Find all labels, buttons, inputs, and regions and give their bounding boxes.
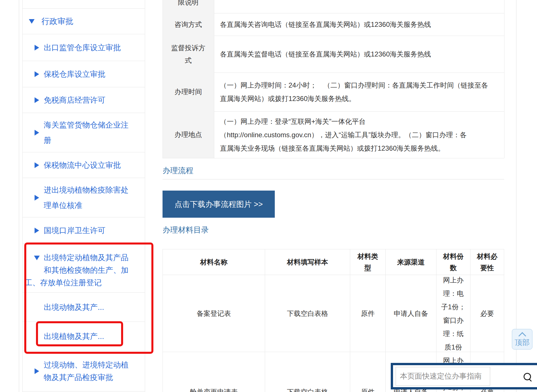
col-header-source: 来源渠道	[386, 249, 436, 275]
info-label: 咨询方式	[163, 13, 214, 36]
col-header-sample: 材料填写样本	[265, 249, 350, 275]
arrow-right-icon	[35, 368, 39, 374]
sidebar-item-label-line1: 出境特定动植物及其产品	[44, 251, 129, 264]
sidebar-item-label: 行政审批	[41, 15, 73, 28]
arrow-right-icon	[35, 228, 39, 233]
search-button[interactable]	[521, 370, 534, 383]
sidebar-item-guojing-kouan[interactable]: 国境口岸卫生许可	[23, 217, 145, 244]
left-gutter-line	[19, 0, 19, 392]
search-icon	[524, 373, 531, 380]
sidebar-item-chujing-dongwu[interactable]: 出境动物及其产...	[23, 293, 145, 322]
sidebar-item-label: 出境动物及其产...	[44, 301, 104, 314]
info-value: （一）网上办理时间：24小时； （二）窗口办理时间：各直属海关工作时间（链接至各…	[214, 72, 504, 111]
sidebar-item-label-line2: 和其他检疫物的生产、加	[44, 264, 129, 276]
sidebar-nav: 行政审批 出口监管仓库设立审批 保税仓库设立审批 免税商店经营许可 海关监管货物…	[22, 0, 145, 392]
sidebar-item-baoshui-wuliu[interactable]: 保税物流中心设立审批	[23, 152, 145, 178]
quick-locate-search-box	[391, 363, 537, 389]
sidebar-item-label: 出境植物及其产...	[44, 330, 104, 343]
material-type: 原件	[350, 275, 386, 352]
arrow-right-icon	[35, 71, 39, 77]
sidebar-item-haiguan-jianguan-huowu[interactable]: 海关监管货物仓储企业注册	[23, 113, 145, 152]
sidebar-item-guojing-dongwu[interactable]: 过境动物、进境特定动植 物及其产品检疫审批	[23, 351, 145, 391]
service-guide-page: 行政审批 出口监管仓库设立审批 保税仓库设立审批 免税商店经营许可 海关监管货物…	[0, 0, 537, 392]
sidebar-item-chujing-teding[interactable]: 出境特定动植物及其产品 和其他检疫物的生产、加 工、存放单位注册登记	[23, 244, 145, 293]
col-header-type: 材料类型	[350, 249, 386, 275]
sidebar-item-chujing-zhiwu[interactable]: 出境植物及其产...	[23, 322, 145, 351]
sidebar-item-label: 进出境动植物检疫除害处理单位核准	[44, 182, 134, 213]
sidebar-item-label: 国境口岸卫生许可	[44, 224, 105, 237]
sidebar-item-jinchujing-chuhai[interactable]: 进出境动植物检疫除害处理单位核准	[23, 178, 145, 217]
col-header-required: 材料必要性	[470, 249, 504, 275]
material-copies: 网上办理：电子1份；窗口办理：纸质1份	[436, 275, 470, 352]
sidebar-item-label-line3: 工、存放单位注册登记	[25, 276, 129, 289]
material-type: 原件	[350, 352, 386, 392]
sidebar-item-xingzhengshenpi[interactable]: 行政审批	[23, 9, 145, 34]
material-name: 备案登记表	[163, 275, 265, 352]
info-value: （一）网上办理：登录“互联网+海关”一体化平台 （http://online.c…	[214, 111, 504, 158]
arrow-right-icon	[35, 130, 39, 136]
arrow-right-icon	[35, 97, 39, 103]
material-source: 申请人自备	[386, 275, 436, 352]
sidebar-item-chukou-jianguan[interactable]: 出口监管仓库设立审批	[23, 34, 145, 61]
info-value	[214, 0, 504, 13]
arrow-right-icon	[35, 162, 39, 168]
sidebar-item-mianshui-shangdian[interactable]: 免税商店经营许可	[23, 87, 145, 113]
sidebar-spacer-row	[23, 0, 145, 9]
sidebar-item-label-line2: 物及其产品检疫审批	[44, 371, 129, 384]
arrow-right-icon	[35, 195, 39, 201]
sidebar-item-label: 保税物流中心设立审批	[44, 159, 121, 171]
sidebar-item-label: 保税仓库设立审批	[44, 68, 105, 80]
chevron-down-icon	[29, 19, 35, 24]
section-divider	[163, 179, 504, 179]
sidebar-item-baoshui-cangku[interactable]: 保税仓库设立审批	[23, 61, 145, 87]
materials-section-title: 办理材料目录	[163, 225, 209, 235]
info-label: 限说明	[163, 0, 214, 13]
material-required: 必要	[470, 275, 504, 352]
back-to-top-button[interactable]: 顶部	[512, 329, 532, 349]
chevron-down-icon	[34, 256, 40, 260]
sidebar-item-label-line1: 过境动物、进境特定动植	[44, 359, 129, 371]
sidebar-item-label: 出口监管仓库设立审批	[44, 41, 121, 54]
col-header-copies: 材料份数	[436, 249, 470, 275]
arrow-right-icon	[35, 45, 39, 50]
download-blank-form[interactable]: 下载空白表格	[265, 275, 350, 352]
info-label: 办理时间	[163, 72, 214, 111]
process-section-title: 办理流程	[163, 165, 193, 176]
info-label: 办理地点	[163, 111, 214, 158]
sidebar-item-label: 免税商店经营许可	[44, 94, 105, 106]
col-header-name: 材料名称	[163, 249, 265, 275]
info-label: 监督投诉方式	[163, 36, 214, 72]
download-blank-form[interactable]: 下载空白表格	[265, 352, 350, 392]
download-process-image-button[interactable]: 点击下载办事流程图片 >>	[163, 191, 275, 218]
search-input[interactable]	[396, 367, 490, 386]
info-value: 各直属海关咨询电话（链接至各直属海关网站）或12360海关服务热线	[214, 13, 504, 36]
info-value: 各直属海关监督电话（链接至各直属海关网站）或12360海关服务热线	[214, 36, 504, 72]
material-name: 舱单变更申请表	[163, 352, 265, 392]
sidebar-item-label: 海关监管货物仓储企业注册	[44, 117, 135, 148]
